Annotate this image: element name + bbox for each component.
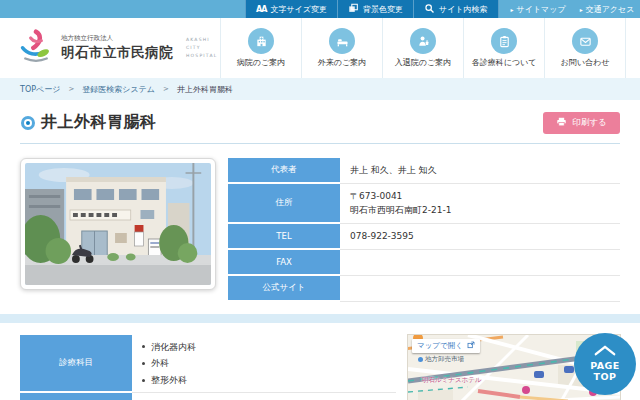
map-poi-label: 明石ルミナスホテル [422,376,482,385]
arrow-bullet-icon: ▸ [511,6,514,13]
hospital-building-icon [248,28,274,54]
main-nav: 病院のご案内 外来のご案内 入退院のご案内 各診療科について [220,18,626,78]
row-header: 公式サイト [228,276,340,302]
external-link-icon [467,341,475,351]
font-size-button[interactable]: AA 文字サイズ変更 [245,0,338,18]
nav-label: 入退院のご案内 [395,57,451,68]
font-size-icon: AA [256,5,266,14]
row-value: 078-922-3595 [340,224,620,250]
page-title: 井上外科胃腸科 [41,112,157,133]
title-row: 井上外科胃腸科 印刷する [20,112,620,133]
row-value: 井上 和久、井上 知久 [340,158,620,184]
print-button[interactable]: 印刷する [543,112,620,134]
clinic-summary-row: 代表者 井上 和久、井上 知久 住所 〒673-0041 明石市西明石南町2-2… [20,158,620,302]
org-name-en: AKASHI CITY HOSPITAL [186,36,224,60]
department-item: 消化器内科 [142,339,386,356]
map-poi-label: 地方卸売市場 [418,355,464,364]
page-root: AA 文字サイズ変更 背景色変更 サイト内検索 ▸ サイトマップ [0,0,640,400]
postal-code: 〒673-0041 [350,190,610,204]
access-label: 交通アクセス [586,4,635,15]
site-search-button[interactable]: サイト内検索 [414,0,499,18]
row-header: FAX [228,250,340,276]
table-row-fax: FAX [228,250,620,276]
nav-label: 病院のご案内 [237,57,285,68]
outpatient-bed-icon [329,28,355,54]
department-item: 整形外科 [142,372,386,389]
arrow-bullet-icon: ▸ [580,6,583,13]
page-top-button[interactable]: PAGE TOP [574,333,636,395]
utility-buttons: AA 文字サイズ変更 背景色変更 サイト内検索 [245,0,499,18]
breadcrumb-separator: > [163,85,169,93]
address-value: 明石市西明石南町2-21-1 [350,204,610,218]
row-value [340,250,620,276]
chevron-up-icon [593,345,617,359]
font-size-label: 文字サイズ変更 [270,4,327,15]
nav-item-contact[interactable]: お問い合わせ [544,18,625,78]
brand-text: 地方独立行政法人 明石市立市民病院 [61,34,173,62]
access-link[interactable]: ▸ 交通アクセス [580,4,635,15]
background-color-label: 背景色変更 [363,4,403,15]
breadcrumb-separator: > [68,85,74,93]
row-header: 診療科目 [20,335,132,393]
nav-item-hospital-guide[interactable]: 病院のご案内 [220,18,301,78]
hospital-logo[interactable]: 地方独立行政法人 明石市立市民病院 AKASHI CITY HOSPITAL [18,29,224,67]
background-color-button[interactable]: 背景色変更 [338,0,414,18]
departments-clipboard-icon [491,28,517,54]
nav-label: 各診療科について [472,57,537,68]
row-header: 代表者 [228,158,340,184]
utility-bar: AA 文字サイズ変更 背景色変更 サイト内検索 ▸ サイトマップ [0,0,640,18]
open-in-maps-button[interactable]: マップで開く [412,339,480,353]
breadcrumb-search-system-link[interactable]: 登録医検索システム [82,84,155,95]
nav-label: 外来のご案内 [318,57,366,68]
site-header: 地方独立行政法人 明石市立市民病院 AKASHI CITY HOSPITAL 病… [0,18,640,78]
representative-value: 井上 和久、井上 知久 [350,164,610,178]
tel-value: 078-922-3595 [350,230,610,244]
title-bullet-icon [24,119,32,127]
main-content: 井上外科胃腸科 印刷する [0,112,640,400]
nav-item-departments[interactable]: 各診療科について [463,18,544,78]
row-value [340,276,620,302]
section-divider-band [0,314,640,323]
table-row-address: 住所 〒673-0041 明石市西明石南町2-21-1 [228,184,620,224]
clinic-photo [20,158,216,290]
search-icon [424,3,435,16]
clinic-info-table: 代表者 井上 和久、井上 知久 住所 〒673-0041 明石市西明石南町2-2… [228,158,620,302]
sitemap-label: サイトマップ [517,4,566,15]
breadcrumb: TOPページ > 登録医検索システム > 井上外科胃腸科 [0,78,640,100]
nav-label: お問い合わせ [561,57,610,68]
table-row-comment: コメント 胃内視鏡 [20,393,396,400]
printer-icon [556,117,567,129]
breadcrumb-top-link[interactable]: TOPページ [20,84,60,95]
row-header: TEL [228,224,340,250]
clinic-detail-table: 診療科目 消化器内科 外科 整形外科 コメント 胃内視鏡 [20,335,396,400]
clinic-detail-row: 診療科目 消化器内科 外科 整形外科 コメント 胃内視鏡 [20,335,620,400]
layers-icon [348,3,359,16]
nav-item-admission-guide[interactable]: 入退院のご案内 [382,18,463,78]
row-header: コメント [20,393,132,400]
table-row-representative: 代表者 井上 和久、井上 知久 [228,158,620,184]
org-type: 地方独立行政法人 [61,34,173,43]
table-row-official-site: 公式サイト [228,276,620,302]
row-value: 胃内視鏡 [132,393,396,400]
contact-mail-icon [572,28,598,54]
sitemap-link[interactable]: ▸ サイトマップ [511,4,566,15]
open-in-maps-label: マップで開く [417,341,463,351]
table-row-tel: TEL 078-922-3595 [228,224,620,250]
nav-item-outpatient-guide[interactable]: 外来のご案内 [301,18,382,78]
departments-list: 消化器内科 外科 整形外科 [142,339,386,389]
table-row-departments: 診療科目 消化器内科 外科 整形外科 [20,335,396,393]
row-value: 〒673-0041 明石市西明石南町2-21-1 [340,184,620,224]
admission-person-icon [410,28,436,54]
site-search-label: サイト内検索 [439,4,488,15]
page-top-label: TOP [593,371,616,382]
title-divider [20,143,620,144]
page-top-label: PAGE [590,360,620,371]
breadcrumb-current: 井上外科胃腸科 [177,84,233,95]
org-name: 明石市立市民病院 [61,44,173,62]
row-header: 住所 [228,184,340,224]
print-button-label: 印刷する [573,117,607,129]
row-value: 消化器内科 外科 整形外科 [132,335,396,393]
hospital-logo-mark-icon [18,29,54,67]
utility-links: ▸ サイトマップ ▸ 交通アクセス [511,0,635,18]
department-item: 外科 [142,355,386,372]
